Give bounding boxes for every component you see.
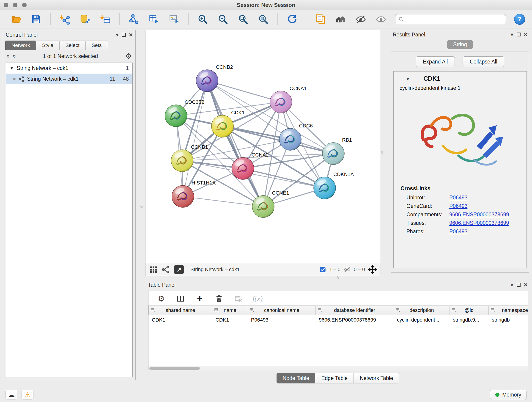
home-icon (336, 14, 346, 25)
network-node-CDC6[interactable]: CDC6 (279, 123, 313, 150)
new-table-button[interactable] (148, 13, 160, 25)
zoom-in-button[interactable] (197, 13, 209, 25)
save-session-button[interactable] (30, 13, 42, 25)
network-node-CCNA1[interactable]: CCNA1 (270, 85, 307, 113)
column-header[interactable]: name (212, 306, 248, 315)
panel-collapse-icon[interactable]: ▾ (116, 32, 119, 38)
panel-close-icon[interactable]: × (524, 32, 527, 38)
network-node-CCNB1[interactable]: CCNB1 (171, 144, 208, 172)
tab-sets[interactable]: Sets (85, 41, 108, 50)
column-header[interactable]: @id (450, 306, 489, 315)
cell-description[interactable]: cyclin-dependent ... (394, 315, 450, 325)
new-network-button[interactable] (128, 13, 140, 25)
warnings-button[interactable]: ⚠ (22, 390, 33, 400)
panel-collapse-icon[interactable]: ▾ (511, 282, 513, 288)
crosslink-link[interactable]: P06493 (449, 195, 467, 201)
table-toolbar: ⚙ + f(x) (148, 291, 528, 306)
node-label: CDC25B (185, 99, 205, 105)
table-options-gear-icon[interactable]: ⚙ (156, 294, 166, 303)
column-header[interactable]: description (394, 306, 450, 315)
column-header[interactable]: canonical name (248, 306, 316, 315)
network-node-CDK1[interactable]: CDK1 (211, 110, 245, 137)
selected-checkbox-icon[interactable] (320, 266, 326, 273)
show-columns-icon[interactable] (176, 294, 186, 303)
help-button[interactable]: ? (514, 14, 525, 25)
scrollbar-thumb[interactable] (149, 367, 200, 370)
network-node-RB1[interactable]: RB1 (322, 137, 352, 165)
cloud-button[interactable]: ☁ (6, 390, 17, 400)
home-button[interactable] (335, 13, 347, 25)
crosslink-link[interactable]: 9606.ENSP00000378699 (449, 211, 509, 218)
maximize-window-button[interactable] (22, 3, 27, 7)
cell-database-identifier[interactable]: 9606.ENSP00000378699 (316, 315, 394, 325)
collapse-all-button[interactable]: Collapse All (462, 56, 504, 67)
collection-expand-icon[interactable]: ▼ (10, 66, 14, 71)
tab-network[interactable]: Network (5, 41, 36, 50)
gene-section: ▾ CDK1 cyclin-dependent kinase 1 Cros (393, 71, 527, 268)
network-row[interactable]: String Network – cdk1 11 48 (6, 74, 133, 84)
cell-canonical-name[interactable]: P06493 (248, 315, 316, 325)
copy-document-button[interactable] (315, 13, 326, 25)
tab-select[interactable]: Select (59, 41, 86, 50)
cell-namespace[interactable]: stringdb (489, 315, 528, 325)
crosslink-link[interactable]: P06493 (449, 203, 467, 209)
panel-collapse-icon[interactable]: ▾ (511, 32, 513, 37)
open-session-button[interactable] (10, 13, 22, 25)
hide-selected-button[interactable] (355, 13, 367, 25)
birdseye-view-button[interactable]: ↗ (174, 265, 184, 274)
crosslink-row: GeneCard: P06493 (394, 202, 526, 211)
panel-close-icon[interactable]: × (129, 32, 133, 38)
tab-string[interactable]: String (447, 40, 473, 49)
cell-shared-name[interactable]: CDK1 (149, 315, 212, 325)
table-row[interactable]: CDK1 CDK1 P06493 9606.ENSP00000378699 cy… (149, 315, 528, 325)
network-node-HIST1H1A[interactable]: HIST1H1A (172, 180, 215, 207)
column-header[interactable]: namespace (489, 306, 528, 315)
network-options-gear-icon[interactable]: ⚙ (125, 52, 132, 61)
panel-close-icon[interactable]: × (524, 282, 527, 288)
network-view-share-icon[interactable] (162, 265, 170, 274)
export-image-button[interactable] (168, 13, 180, 25)
tab-node-table[interactable]: Node Table (277, 373, 316, 383)
panel-float-icon[interactable] (517, 282, 520, 288)
tab-edge-table[interactable]: Edge Table (315, 373, 354, 383)
zoom-fit-button[interactable] (237, 13, 249, 25)
cell-id[interactable]: stringdb:9... (450, 315, 489, 325)
grid-view-icon[interactable] (149, 265, 157, 274)
panel-float-icon[interactable] (517, 32, 520, 37)
network-node-CDKN1A[interactable]: CDKN1A (314, 172, 354, 199)
horizontal-splitter-handle[interactable] (336, 276, 339, 279)
tab-style[interactable]: Style (36, 41, 60, 50)
network-node-CCNB2[interactable]: CCNB2 (196, 64, 233, 92)
crosslink-link[interactable]: 9606.ENSP00000378699 (449, 220, 509, 226)
panel-float-icon[interactable] (122, 32, 126, 38)
collapse-all-networks-icon[interactable]: « (10, 55, 17, 58)
zoom-selected-button[interactable] (257, 13, 269, 25)
network-collection-row[interactable]: ▼ String Network – cdk1 1 (6, 63, 133, 74)
close-window-button[interactable] (4, 3, 8, 7)
memory-button[interactable]: Memory (490, 390, 526, 400)
delete-column-icon[interactable] (214, 294, 224, 303)
gene-collapse-icon[interactable]: ▾ (406, 76, 409, 82)
horizontal-scrollbar[interactable] (148, 366, 528, 370)
import-network-file-button[interactable] (59, 13, 71, 25)
zoom-out-button[interactable] (217, 13, 229, 25)
add-column-icon[interactable]: + (195, 294, 205, 303)
tab-network-table[interactable]: Network Table (354, 373, 399, 383)
column-header[interactable]: shared name (149, 306, 212, 315)
minimize-window-button[interactable] (13, 3, 17, 7)
hidden-eye-slash-icon[interactable] (344, 266, 351, 273)
network-canvas[interactable]: CCNB2CCNA1CDC25BCDK1CDC6RB1CCNB1CCNA2CDK… (146, 30, 380, 263)
column-header[interactable]: database identifier (316, 306, 394, 315)
right-splitter-handle[interactable] (381, 151, 384, 153)
import-table-button[interactable] (99, 13, 111, 25)
expand-all-button[interactable]: Expand All (416, 56, 455, 67)
refresh-layout-button[interactable] (286, 13, 298, 25)
search-box[interactable] (395, 14, 506, 24)
search-input[interactable] (406, 16, 503, 22)
show-all-button[interactable] (375, 13, 387, 25)
move-pan-icon[interactable] (368, 265, 377, 274)
left-splitter-handle[interactable] (140, 205, 143, 208)
cell-name[interactable]: CDK1 (212, 315, 248, 325)
import-network-database-button[interactable] (79, 13, 91, 25)
crosslink-link[interactable]: P06493 (449, 229, 467, 235)
